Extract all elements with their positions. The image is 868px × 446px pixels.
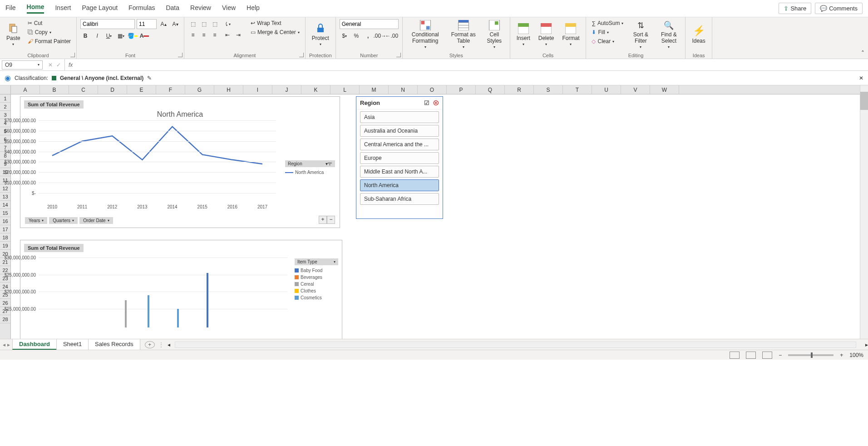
cut-button[interactable]: ✂Cut [26, 19, 73, 27]
row-header[interactable]: 14 [0, 201, 10, 209]
clear-button[interactable]: ◇Clear ▾ [590, 37, 625, 45]
slicer-region[interactable]: Region ☑ ⮾ AsiaAustralia and OceaniaCent… [356, 96, 443, 219]
underline-button[interactable]: U ▾ [104, 31, 114, 41]
bold-button[interactable]: B [80, 31, 90, 41]
column-header[interactable]: R [505, 85, 534, 94]
font-size-select[interactable] [137, 19, 157, 29]
column-header[interactable]: S [534, 85, 563, 94]
tab-file[interactable]: File [5, 4, 16, 13]
number-format-select[interactable] [340, 19, 399, 29]
pivot-chart-line[interactable]: Sum of Total Revenue North America $-$10… [20, 96, 340, 228]
fill-color-button[interactable]: 🪣 [128, 31, 138, 41]
orientation-button[interactable]: ⤹▾ [222, 19, 232, 29]
copy-button[interactable]: ⿻Copy ▾ [26, 28, 73, 36]
collapse-button[interactable]: − [327, 216, 335, 224]
tab-view[interactable]: View [222, 4, 236, 13]
dialog-launcher-icon[interactable] [178, 53, 182, 57]
tab-formulas[interactable]: Formulas [128, 4, 155, 13]
page-break-view-button[interactable] [762, 352, 772, 359]
column-header[interactable]: H [214, 85, 243, 94]
decrease-decimal-button[interactable]: ←.00 [387, 31, 397, 41]
sheet-tab-dashboard[interactable]: Dashboard [12, 339, 57, 350]
insert-cells-button[interactable]: Insert▾ [514, 19, 533, 50]
protect-button[interactable]: Protect▾ [309, 19, 332, 50]
column-header[interactable]: F [156, 85, 185, 94]
filter-quarters[interactable]: Quarters▾ [49, 217, 78, 224]
column-header[interactable]: M [360, 85, 389, 94]
increase-font-button[interactable]: A▴ [158, 19, 168, 29]
slicer-item[interactable]: Asia [360, 111, 439, 123]
vertical-scrollbar[interactable] [860, 85, 868, 339]
fill-button[interactable]: ⬇Fill ▾ [590, 28, 625, 36]
cancel-formula-icon[interactable]: ✕ [48, 62, 53, 68]
column-header[interactable]: I [243, 85, 272, 94]
sheet-nav-prev[interactable]: ◂ [3, 342, 5, 348]
decrease-indent-button[interactable]: ⇤ [222, 30, 232, 40]
align-right-button[interactable]: ≡ [210, 30, 220, 40]
column-header[interactable]: Q [476, 85, 505, 94]
row-header[interactable]: 15 [0, 209, 10, 217]
column-header[interactable]: D [98, 85, 127, 94]
dialog-launcher-icon[interactable] [70, 53, 75, 57]
column-header[interactable]: B [40, 85, 69, 94]
dialog-launcher-icon[interactable] [396, 53, 401, 57]
normal-view-button[interactable] [730, 352, 740, 359]
currency-button[interactable]: $ ▾ [340, 31, 350, 41]
column-header[interactable]: N [389, 85, 418, 94]
fx-icon[interactable]: fx [65, 62, 76, 68]
comma-button[interactable]: , [363, 31, 373, 41]
column-header[interactable]: V [621, 85, 650, 94]
expand-button[interactable]: + [319, 216, 327, 224]
page-layout-view-button[interactable] [746, 352, 756, 359]
zoom-level[interactable]: 100% [849, 352, 863, 358]
zoom-out-button[interactable]: − [779, 352, 782, 358]
pivot-chart-bar[interactable]: Sum of Total Revenue $15,000,000.00$20,0… [20, 240, 342, 339]
row-header[interactable]: 16 [0, 217, 10, 225]
edit-classification-button[interactable]: ✎ [147, 75, 152, 81]
row-header[interactable]: 18 [0, 233, 10, 242]
column-header[interactable]: U [592, 85, 621, 94]
column-header[interactable]: L [330, 85, 360, 94]
tab-pagelayout[interactable]: Page Layout [82, 4, 118, 13]
borders-button[interactable]: ▦ ▾ [116, 31, 126, 41]
select-all-button[interactable] [0, 85, 11, 94]
decrease-font-button[interactable]: A▾ [170, 19, 180, 29]
align-left-button[interactable]: ≡ [188, 30, 198, 40]
comments-button[interactable]: 💬Comments [815, 3, 863, 14]
tab-home[interactable]: Home [27, 3, 44, 14]
column-header[interactable]: A [11, 85, 40, 94]
chart-field-badge[interactable]: Sum of Total Revenue [24, 100, 84, 109]
italic-button[interactable]: I [92, 31, 102, 41]
percent-button[interactable]: % [351, 31, 361, 41]
multiselect-icon[interactable]: ☑ [424, 99, 429, 106]
name-box[interactable]: O9▾ [2, 60, 43, 69]
format-cells-button[interactable]: Format▾ [559, 19, 582, 50]
sheet-tab-sheet1[interactable]: Sheet1 [56, 339, 89, 350]
row-header[interactable]: 28 [0, 315, 10, 323]
sheet-nav-next[interactable]: ▸ [7, 342, 10, 348]
sort-filter-button[interactable]: ⇅Sort & Filter▾ [628, 19, 653, 50]
increase-indent-button[interactable]: ⇥ [233, 30, 243, 40]
zoom-in-button[interactable]: + [840, 352, 843, 358]
column-header[interactable]: E [127, 85, 156, 94]
wrap-text-button[interactable]: ↩Wrap Text [249, 19, 301, 27]
column-header[interactable]: W [650, 85, 679, 94]
cell-styles-button[interactable]: Cell Styles▾ [483, 19, 506, 50]
font-color-button[interactable]: A [139, 31, 149, 41]
ideas-button[interactable]: ⚡Ideas [689, 19, 708, 50]
slicer-item[interactable]: Sub-Saharan Africa [360, 193, 439, 205]
autosum-button[interactable]: ∑AutoSum ▾ [590, 19, 625, 27]
hscroll-right[interactable]: ▸ [865, 342, 868, 348]
format-painter-button[interactable]: 🖌Format Painter [26, 37, 73, 45]
row-header[interactable]: 2 [0, 103, 10, 111]
cells-area[interactable]: Sum of Total Revenue North America $-$10… [11, 94, 860, 339]
column-header[interactable]: K [301, 85, 330, 94]
tab-help[interactable]: Help [247, 4, 260, 13]
row-header[interactable]: 17 [0, 225, 10, 233]
align-middle-button[interactable]: ⬚ [199, 19, 209, 29]
format-as-table-button[interactable]: Format as Table▾ [447, 19, 480, 50]
column-header[interactable]: G [185, 85, 214, 94]
legend-filter-region[interactable]: Region▾🝖 [285, 160, 335, 167]
row-header[interactable]: 1 [0, 94, 10, 103]
tab-data[interactable]: Data [166, 4, 179, 13]
